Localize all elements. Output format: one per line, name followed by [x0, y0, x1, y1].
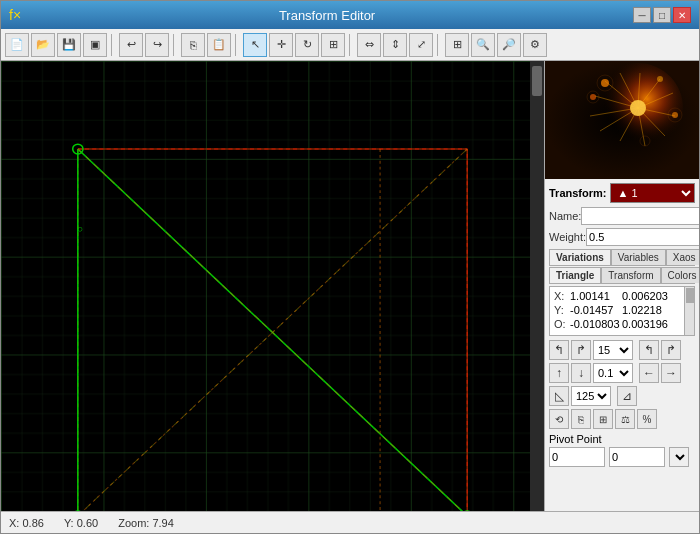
maximize-button[interactable]: □	[653, 7, 671, 23]
balance-btn[interactable]: ⚖	[615, 409, 635, 429]
pivot-x-input[interactable]	[549, 447, 605, 467]
coord-o-row: O: -0.010803 0.003196	[554, 318, 690, 330]
canvas-scrollbar-v[interactable]	[530, 61, 544, 511]
percent-btn[interactable]: %	[637, 409, 657, 429]
tb-undo-btn[interactable]: ↩	[119, 33, 143, 57]
tab-variables[interactable]: Variables	[611, 249, 666, 265]
rotate-value-select[interactable]: 15	[593, 340, 633, 360]
tab-colors[interactable]: Colors	[661, 267, 699, 283]
copy-transform-btn[interactable]: ⎘	[571, 409, 591, 429]
coord-y2: 1.02218	[622, 304, 674, 316]
tb-select-btn[interactable]: ↖	[243, 33, 267, 57]
y-label: Y:	[64, 517, 74, 529]
svg-rect-1	[1, 61, 544, 511]
pivot-dropdown[interactable]: ▼	[669, 447, 689, 467]
rotate-control-row: ↰ ↱ 15 ↰ ↱	[549, 340, 695, 360]
weight-label: Weight:	[549, 231, 586, 243]
zoom-value: 7.94	[152, 517, 173, 529]
move-left-btn[interactable]: ←	[639, 363, 659, 383]
coord-scrollbar[interactable]	[684, 287, 694, 335]
tb-paste-btn[interactable]: 📋	[207, 33, 231, 57]
scale-value-select[interactable]: 125	[571, 386, 611, 406]
move-right-btn[interactable]: →	[661, 363, 681, 383]
x-label: X:	[9, 517, 19, 529]
svg-point-37	[672, 112, 678, 118]
app-icon: f×	[9, 7, 21, 23]
tb-redo-btn[interactable]: ↪	[145, 33, 169, 57]
name-input[interactable]	[581, 207, 699, 225]
main-window: f× Transform Editor ─ □ ✕ 📄 📂 💾 ▣ ↩ ↪ ⎘ …	[0, 0, 700, 534]
tab-triangle[interactable]: Triangle	[549, 267, 601, 283]
tb-zoomin-btn[interactable]: 🔍	[471, 33, 495, 57]
status-bar: X: 0.86 Y: 0.60 Zoom: 7.94	[1, 511, 699, 533]
coord-o2: 0.003196	[622, 318, 674, 330]
minimize-button[interactable]: ─	[633, 7, 651, 23]
coord-x-label: X:	[554, 290, 570, 302]
tb-copy-btn[interactable]: ⎘	[181, 33, 205, 57]
tb-move-btn[interactable]: ✛	[269, 33, 293, 57]
coord-y-row: Y: -0.01457 1.02218	[554, 304, 690, 316]
move-up-btn[interactable]: ↑	[549, 363, 569, 383]
transform-select[interactable]: ▲ 1	[610, 183, 695, 203]
move-down-btn[interactable]: ↓	[571, 363, 591, 383]
tb-scale-btn[interactable]: ⊞	[321, 33, 345, 57]
main-toolbar: 📄 📂 💾 ▣ ↩ ↪ ⎘ 📋 ↖ ✛ ↻ ⊞ ⇔ ⇕ ⤢ ⊞ 🔍 🔎 ⚙	[1, 29, 699, 61]
close-button[interactable]: ✕	[673, 7, 691, 23]
transform-label: Transform:	[549, 187, 606, 199]
tb-open-btn[interactable]: 📂	[31, 33, 55, 57]
title-bar: f× Transform Editor ─ □ ✕	[1, 1, 699, 29]
window-title: Transform Editor	[21, 8, 633, 23]
scale-control-row: ◺ 125 ⊿	[549, 386, 695, 406]
tb-export-btn[interactable]: ▣	[83, 33, 107, 57]
coord-x1: 1.00141	[570, 290, 622, 302]
preview-box	[545, 61, 699, 179]
coord-scrollbar-thumb[interactable]	[686, 288, 694, 303]
tb-zoomout-btn[interactable]: 🔎	[497, 33, 521, 57]
status-zoom: Zoom: 7.94	[118, 517, 174, 529]
tabs-bottom: Triangle Transform Colors	[549, 267, 695, 284]
svg-text:○: ○	[77, 223, 83, 234]
pivot-y-input[interactable]	[609, 447, 665, 467]
grid-btn[interactable]: ⊞	[593, 409, 613, 429]
main-area: × × ○	[1, 61, 699, 511]
tb-rotate-btn[interactable]: ↻	[295, 33, 319, 57]
tb-save-btn[interactable]: 💾	[57, 33, 81, 57]
svg-point-35	[601, 79, 609, 87]
x-value: 0.86	[22, 517, 43, 529]
scale-icon: ◺	[549, 386, 569, 406]
pivot-label: Pivot Point	[549, 433, 695, 445]
bottom-btn-row: ⟲ ⎘ ⊞ ⚖ %	[549, 409, 695, 429]
tb-new-btn[interactable]: 📄	[5, 33, 29, 57]
coord-o1: -0.010803	[570, 318, 622, 330]
tb-grid-btn[interactable]: ⊞	[445, 33, 469, 57]
tab-variations[interactable]: Variations	[549, 249, 611, 265]
tb-flipd-btn[interactable]: ⤢	[409, 33, 433, 57]
status-y: Y: 0.60	[64, 517, 98, 529]
rotate-ccw-btn[interactable]: ↰	[549, 340, 569, 360]
sep4	[349, 34, 353, 56]
coord-x2: 0.006203	[622, 290, 674, 302]
window-controls: ─ □ ✕	[633, 7, 691, 23]
reset-btn[interactable]: ⟲	[549, 409, 569, 429]
tb-settings-btn[interactable]: ⚙	[523, 33, 547, 57]
canvas-svg: × × ○	[1, 61, 544, 511]
scale-apply-btn[interactable]: ⊿	[617, 386, 637, 406]
move-control-row: ↑ ↓ 0.1 ← →	[549, 363, 695, 383]
coord-y1: -0.01457	[570, 304, 622, 316]
weight-input[interactable]	[586, 228, 699, 246]
rotate-ccw2-btn[interactable]: ↰	[639, 340, 659, 360]
move-value-select[interactable]: 0.1	[593, 363, 633, 383]
tb-fliph-btn[interactable]: ⇔	[357, 33, 381, 57]
tab-transform[interactable]: Transform	[601, 267, 660, 283]
sep2	[173, 34, 177, 56]
scrollbar-thumb[interactable]	[532, 66, 542, 96]
rotate-cw-btn[interactable]: ↱	[571, 340, 591, 360]
right-panel: Transform: ▲ 1 Name: Weight: V	[544, 61, 699, 511]
canvas-area[interactable]: × × ○	[1, 61, 544, 511]
status-x: X: 0.86	[9, 517, 44, 529]
sep5	[437, 34, 441, 56]
rotate-cw2-btn[interactable]: ↱	[661, 340, 681, 360]
svg-point-34	[630, 100, 646, 116]
tab-xaos[interactable]: Xaos	[666, 249, 699, 265]
tb-flipv-btn[interactable]: ⇕	[383, 33, 407, 57]
